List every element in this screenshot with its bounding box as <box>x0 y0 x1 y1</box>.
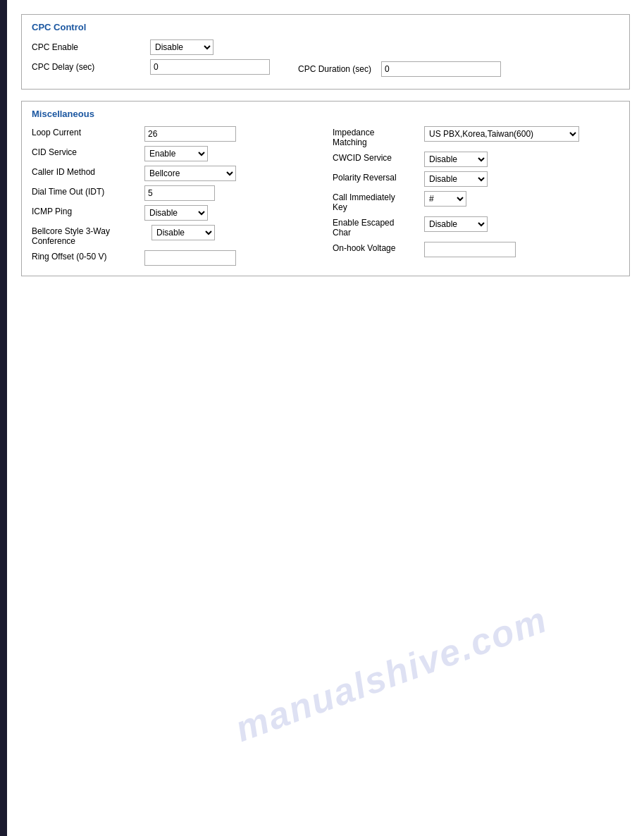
cid-service-label: CID Service <box>32 146 144 157</box>
ring-offset-row: Ring Offset (0-50 V) <box>32 250 318 266</box>
ring-offset-label: Ring Offset (0-50 V) <box>32 250 144 262</box>
misc-section-title: Miscellaneous <box>32 109 619 119</box>
bellcore-3way-select[interactable]: Disable Enable <box>151 225 215 240</box>
icmp-ping-row: ICMP Ping Disable Enable <box>32 205 318 221</box>
cpc-enable-label: CPC Enable <box>32 42 144 52</box>
cpc-duration-label: CPC Duration (sec) <box>298 64 371 74</box>
loop-current-row: Loop Current <box>32 126 318 142</box>
cwcid-service-select[interactable]: Disable Enable <box>424 152 488 167</box>
impedance-matching-row: ImpedanceMatching US PBX,Korea,Taiwan(60… <box>333 126 619 147</box>
enable-escaped-char-row: Enable EscapedChar Disable Enable <box>333 216 619 238</box>
ring-offset-input[interactable] <box>144 250 236 266</box>
dial-timeout-row: Dial Time Out (IDT) <box>32 185 318 201</box>
enable-escaped-char-select[interactable]: Disable Enable <box>424 216 488 232</box>
cpc-enable-row: CPC Enable Disable Enable <box>32 39 619 55</box>
impedance-matching-label: ImpedanceMatching <box>333 126 424 147</box>
cid-service-select[interactable]: Enable Disable <box>144 146 208 161</box>
call-immediately-key-label: Call ImmediatelyKey <box>333 191 424 212</box>
cpc-delay-label: CPC Delay (sec) <box>32 62 144 72</box>
loop-current-input[interactable] <box>144 126 236 142</box>
cpc-delay-row: CPC Delay (sec) <box>32 59 270 75</box>
misc-grid: Loop Current CID Service Enable Disable … <box>32 126 619 266</box>
icmp-ping-label: ICMP Ping <box>32 205 144 216</box>
bellcore-3way-row: Bellcore Style 3-WayConference Disable E… <box>32 225 318 246</box>
cpc-enable-select[interactable]: Disable Enable <box>150 39 213 55</box>
cpc-control-section: CPC Control CPC Enable Disable Enable CP… <box>21 14 630 90</box>
cpc-section-title: CPC Control <box>32 22 619 32</box>
caller-id-method-select[interactable]: Bellcore DTMF V23 <box>144 166 236 181</box>
content-area: CPC Control CPC Enable Disable Enable CP… <box>7 0 644 836</box>
misc-right-column: ImpedanceMatching US PBX,Korea,Taiwan(60… <box>333 126 619 266</box>
left-sidebar-bar <box>0 0 7 836</box>
polarity-reversal-label: Polarity Reversal <box>333 171 424 183</box>
watermark: manualshive.com <box>230 598 553 750</box>
cpc-duration-input[interactable] <box>381 61 501 77</box>
call-immediately-key-select[interactable]: # * 0 1 <box>424 191 466 207</box>
cwcid-service-label: CWCID Service <box>333 152 424 163</box>
cwcid-service-row: CWCID Service Disable Enable <box>333 152 619 167</box>
cpc-duration-row: CPC Duration (sec) <box>298 61 501 77</box>
dial-timeout-label: Dial Time Out (IDT) <box>32 185 144 197</box>
bellcore-3way-label: Bellcore Style 3-WayConference <box>32 225 151 246</box>
polarity-reversal-select[interactable]: Disable Enable <box>424 171 488 187</box>
on-hook-voltage-row: On-hook Voltage <box>333 242 619 257</box>
icmp-ping-select[interactable]: Disable Enable <box>144 205 208 221</box>
on-hook-voltage-label: On-hook Voltage <box>333 242 424 253</box>
caller-id-method-label: Caller ID Method <box>32 166 144 177</box>
miscellaneous-section: Miscellaneous Loop Current CID Service E… <box>21 101 630 276</box>
call-immediately-key-row: Call ImmediatelyKey # * 0 1 <box>333 191 619 212</box>
cid-service-row: CID Service Enable Disable <box>32 146 318 161</box>
dial-timeout-input[interactable] <box>144 185 215 201</box>
caller-id-method-row: Caller ID Method Bellcore DTMF V23 <box>32 166 318 181</box>
misc-left-column: Loop Current CID Service Enable Disable … <box>32 126 318 266</box>
enable-escaped-char-label: Enable EscapedChar <box>333 216 424 238</box>
on-hook-voltage-input[interactable] <box>424 242 516 257</box>
cpc-delay-input[interactable] <box>150 59 270 75</box>
impedance-matching-select[interactable]: US PBX,Korea,Taiwan(600) China,Australia… <box>424 126 579 142</box>
loop-current-label: Loop Current <box>32 126 144 137</box>
polarity-reversal-row: Polarity Reversal Disable Enable <box>333 171 619 187</box>
